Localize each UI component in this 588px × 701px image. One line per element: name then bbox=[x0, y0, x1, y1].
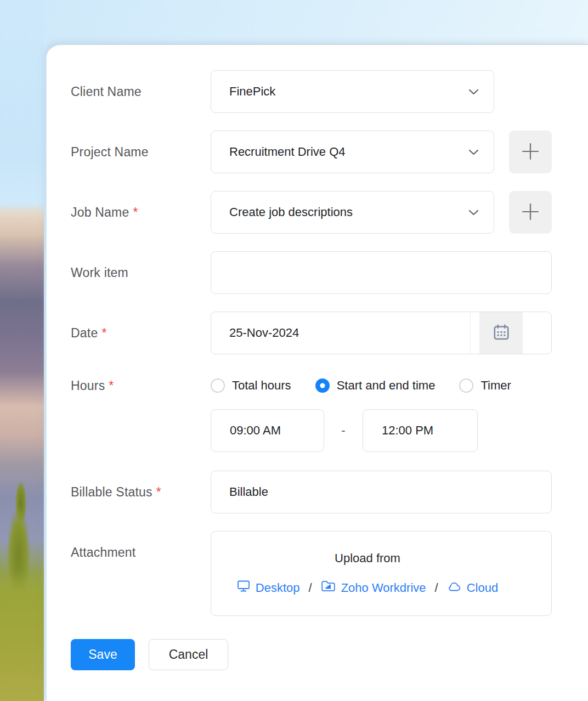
end-time-value: 12:00 PM bbox=[382, 423, 433, 438]
upload-workdrive-label: Zoho Workdrive bbox=[341, 581, 426, 595]
client-name-label: Client Name bbox=[71, 70, 211, 113]
billable-status-label: Billable Status * bbox=[71, 471, 211, 513]
desktop-icon bbox=[237, 580, 250, 596]
start-time-value: 09:00 AM bbox=[230, 423, 281, 438]
radio-timer-label: Timer bbox=[480, 378, 511, 393]
billable-status-row: Billable Status * Billable bbox=[71, 471, 588, 513]
wallpaper-grass bbox=[0, 570, 44, 701]
upload-desktop-link[interactable]: Desktop bbox=[237, 580, 300, 596]
client-name-row: Client Name FinePick bbox=[71, 70, 588, 113]
project-name-select[interactable]: Recruitment Drive Q4 bbox=[211, 131, 494, 173]
radio-total-hours[interactable]: Total hours bbox=[211, 378, 291, 393]
add-job-button[interactable] bbox=[509, 191, 552, 234]
time-range-row: 09:00 AM - 12:00 PM bbox=[211, 409, 511, 452]
client-name-label-text: Client Name bbox=[71, 84, 142, 99]
job-name-label-text: Job Name bbox=[71, 205, 129, 220]
job-name-value: Create job descriptions bbox=[229, 205, 353, 219]
desktop-wallpaper bbox=[0, 0, 44, 701]
billable-status-label-text: Billable Status bbox=[71, 485, 152, 500]
radio-start-end-time-label: Start and end time bbox=[337, 378, 436, 393]
upload-sources: Desktop / Zoho Workdrive / bbox=[237, 580, 498, 596]
upload-from-title: Upload from bbox=[335, 551, 400, 566]
cancel-button[interactable]: Cancel bbox=[149, 639, 228, 670]
required-asterisk: * bbox=[156, 485, 161, 500]
workdrive-folder-icon bbox=[321, 580, 336, 596]
source-separator: / bbox=[309, 581, 312, 595]
hours-radio-group: Total hours Start and end time Timer bbox=[211, 377, 511, 394]
radio-timer[interactable]: Timer bbox=[459, 378, 511, 393]
time-range-separator: - bbox=[324, 423, 363, 438]
radio-start-end-time[interactable]: Start and end time bbox=[315, 378, 436, 393]
attachment-row: Attachment Upload from Desktop / bbox=[71, 531, 588, 616]
upload-desktop-label: Desktop bbox=[256, 581, 300, 595]
date-label: Date * bbox=[71, 312, 211, 354]
date-field-spacer bbox=[471, 312, 479, 354]
chevron-down-icon bbox=[468, 210, 479, 216]
add-project-button[interactable] bbox=[509, 131, 552, 173]
billable-status-select[interactable]: Billable bbox=[211, 471, 552, 513]
project-name-label: Project Name bbox=[71, 131, 211, 173]
source-separator: / bbox=[435, 581, 438, 595]
plus-icon bbox=[521, 202, 540, 223]
cloud-icon bbox=[447, 581, 461, 595]
job-name-select[interactable]: Create job descriptions bbox=[211, 191, 494, 234]
required-asterisk: * bbox=[101, 326, 106, 341]
work-item-row: Work item bbox=[71, 251, 588, 294]
radio-button-icon[interactable] bbox=[459, 378, 473, 393]
hours-label: Hours * bbox=[71, 377, 211, 394]
end-time-input[interactable]: 12:00 PM bbox=[363, 409, 478, 452]
upload-workdrive-link[interactable]: Zoho Workdrive bbox=[321, 580, 426, 596]
calendar-picker-button[interactable] bbox=[479, 312, 523, 354]
calendar-icon bbox=[492, 323, 511, 343]
time-log-form-card: Client Name FinePick Project Name Recrui… bbox=[46, 44, 588, 701]
project-name-value: Recruitment Drive Q4 bbox=[229, 145, 346, 159]
upload-cloud-link[interactable]: Cloud bbox=[447, 581, 498, 595]
project-name-row: Project Name Recruitment Drive Q4 bbox=[71, 131, 588, 173]
radio-total-hours-label: Total hours bbox=[232, 378, 291, 393]
radio-button-icon[interactable] bbox=[211, 378, 225, 393]
attachment-label-text: Attachment bbox=[71, 545, 135, 560]
date-field: 25-Nov-2024 bbox=[211, 312, 552, 354]
chevron-down-icon bbox=[468, 149, 479, 155]
upload-cloud-label: Cloud bbox=[467, 581, 498, 595]
date-row: Date * 25-Nov-2024 bbox=[71, 312, 588, 354]
form-actions: Save Cancel bbox=[71, 639, 588, 670]
radio-button-icon[interactable] bbox=[315, 378, 330, 393]
required-asterisk: * bbox=[133, 205, 138, 220]
plus-icon bbox=[521, 142, 540, 163]
hours-row: Hours * Total hours Start and end time bbox=[71, 377, 588, 452]
time-log-form: Client Name FinePick Project Name Recrui… bbox=[47, 45, 588, 670]
attachment-dropzone: Upload from Desktop / bbox=[211, 531, 552, 616]
job-name-label: Job Name * bbox=[71, 191, 211, 234]
work-item-label: Work item bbox=[71, 251, 211, 294]
work-item-label-text: Work item bbox=[71, 265, 128, 280]
date-value: 25-Nov-2024 bbox=[229, 326, 299, 340]
hours-label-text: Hours bbox=[71, 378, 105, 393]
client-name-value: FinePick bbox=[229, 84, 275, 99]
project-name-label-text: Project Name bbox=[71, 145, 149, 160]
job-name-row: Job Name * Create job descriptions bbox=[71, 191, 588, 234]
date-label-text: Date bbox=[71, 326, 98, 341]
billable-status-value: Billable bbox=[229, 485, 268, 499]
date-input[interactable]: 25-Nov-2024 bbox=[211, 312, 471, 354]
save-button[interactable]: Save bbox=[71, 639, 135, 670]
client-name-select[interactable]: FinePick bbox=[211, 70, 494, 113]
attachment-label: Attachment bbox=[71, 531, 211, 574]
chevron-down-icon bbox=[468, 89, 479, 95]
hours-options: Total hours Start and end time Timer 09:… bbox=[211, 377, 511, 452]
required-asterisk: * bbox=[109, 378, 114, 393]
start-time-input[interactable]: 09:00 AM bbox=[211, 409, 324, 452]
work-item-input[interactable] bbox=[211, 251, 552, 294]
